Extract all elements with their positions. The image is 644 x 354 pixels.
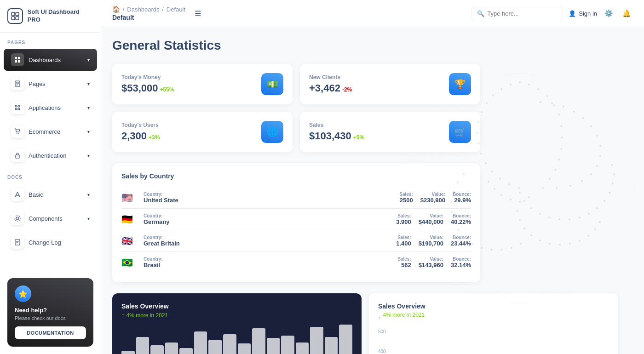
stat-value-users: 2,300: [121, 130, 147, 142]
svg-point-105: [579, 240, 581, 242]
sidebar-item-changelog[interactable]: Change Log: [4, 231, 97, 253]
svg-point-44: [558, 159, 560, 160]
svg-point-60: [551, 103, 553, 104]
settings-button[interactable]: ⚙️: [603, 7, 615, 19]
line-chart-title: Sales Overview: [378, 303, 609, 310]
svg-point-52: [596, 165, 598, 167]
bar-10: [267, 338, 280, 354]
dashboards-icon: [11, 53, 24, 66]
breadcrumb-default: Default: [167, 6, 185, 13]
sales-col: Sales: 1.400: [396, 235, 411, 247]
bounce-col: Bounce: 32.14%: [451, 257, 471, 268]
svg-point-49: [569, 185, 571, 187]
svg-point-16: [17, 133, 17, 134]
bottom-charts-grid: Sales Overview ↑ 4% more in 2021 0200400…: [112, 293, 618, 354]
country-col-label: Country:: [144, 235, 389, 240]
bar-11: [281, 336, 294, 354]
stat-info-money: Today's Money $53,000 +55%: [121, 74, 261, 94]
svg-point-47: [542, 187, 544, 189]
country-name: United State: [144, 197, 392, 204]
svg-point-75: [518, 187, 520, 189]
svg-point-82: [611, 164, 613, 166]
sidebar-item-components[interactable]: Components ▾: [4, 207, 97, 229]
svg-point-58: [573, 111, 575, 113]
svg-point-43: [560, 148, 562, 150]
breadcrumb-dashboards[interactable]: Dashboards: [127, 6, 159, 13]
sidebar-item-ecommerce[interactable]: Ecommerce ▾: [4, 120, 97, 143]
svg-point-91: [558, 218, 560, 220]
svg-point-36: [528, 84, 530, 86]
svg-point-65: [486, 102, 488, 104]
sidebar-item-pages[interactable]: Pages ▾: [4, 73, 97, 95]
svg-point-38: [546, 95, 548, 97]
stat-info-sales: Sales $103,430 +5%: [309, 122, 449, 142]
stats-grid: Today's Money $53,000 +55% 💵 New Clients…: [112, 64, 480, 152]
svg-point-83: [613, 173, 615, 175]
ecommerce-label: Ecommerce: [29, 128, 60, 135]
pages-chevron: ▾: [87, 81, 90, 86]
pages-label: Pages: [29, 80, 46, 87]
stat-icon-users: 🌐: [261, 121, 283, 143]
svg-point-122: [520, 243, 522, 245]
svg-point-31: [492, 73, 547, 303]
country-name: Germany: [144, 218, 389, 225]
stat-label-users: Today's Users: [121, 122, 261, 128]
sidebar-logo: Soft UI Dashboard PRO: [0, 0, 101, 33]
svg-point-19: [16, 217, 19, 220]
sidebar-item-dashboards[interactable]: Dashboards ▾: [4, 49, 97, 71]
svg-point-89: [579, 217, 581, 218]
components-icon: [11, 212, 24, 225]
sales-col: Sales: 2500: [399, 192, 413, 204]
sidebar: Soft UI Dashboard PRO Pages Dashboards ▾…: [0, 0, 101, 354]
value-col: Value: $230,900: [420, 192, 445, 204]
svg-point-78: [510, 199, 512, 200]
dashboards-label: Dashboards: [29, 57, 61, 63]
svg-point-87: [596, 207, 598, 209]
hamburger-button[interactable]: ☰: [191, 7, 205, 20]
stat-value-money: $53,000: [121, 82, 158, 94]
bell-icon: 🔔: [622, 9, 631, 17]
notifications-button[interactable]: 🔔: [621, 7, 633, 19]
search-input[interactable]: [487, 10, 557, 17]
sidebar-item-applications[interactable]: Applications ▾: [4, 97, 97, 119]
svg-point-37: [537, 88, 539, 90]
app-name: Soft UI Dashboard PRO: [28, 8, 93, 24]
svg-point-81: [488, 181, 489, 183]
bar-4: [179, 348, 193, 354]
svg-rect-3: [16, 17, 19, 20]
svg-point-101: [539, 240, 541, 241]
svg-point-32: [465, 73, 575, 303]
signin-button[interactable]: 👤 Sign in: [569, 10, 597, 17]
svg-rect-5: [18, 57, 20, 59]
bar-14: [325, 337, 338, 354]
svg-rect-2: [12, 17, 15, 20]
sidebar-item-basic[interactable]: Basic ▾: [4, 183, 97, 206]
basic-chevron: ▾: [87, 192, 90, 197]
svg-point-100: [530, 234, 532, 236]
bar-0: [121, 351, 135, 354]
svg-point-66: [481, 111, 483, 113]
svg-point-59: [563, 106, 564, 108]
home-icon[interactable]: 🏠: [112, 6, 120, 13]
stat-label-money: Today's Money: [121, 74, 261, 80]
country-flag: 🇬🇧: [121, 235, 136, 246]
svg-rect-6: [15, 60, 17, 63]
country-col-label: Country:: [144, 213, 389, 218]
changelog-label: Change Log: [29, 239, 61, 246]
stat-info-users: Today's Users 2,300 +3%: [121, 122, 261, 142]
bar-1: [136, 337, 150, 354]
svg-point-40: [558, 114, 560, 115]
svg-point-76: [528, 196, 530, 198]
svg-point-95: [523, 200, 525, 202]
basic-label: Basic: [29, 191, 43, 198]
documentation-button[interactable]: DOCUMENTATION: [15, 326, 86, 339]
svg-point-15: [18, 108, 20, 110]
sales-country-title: Sales by Country: [121, 172, 471, 180]
breadcrumb-sep1: /: [123, 6, 124, 12]
svg-point-57: [582, 117, 584, 119]
applications-icon: [11, 101, 24, 114]
svg-point-20: [15, 216, 20, 221]
sidebar-item-authentication[interactable]: Authentication ▾: [4, 144, 97, 166]
bar-chart-card: Sales Overview ↑ 4% more in 2021 0200400: [112, 293, 362, 354]
bar-3: [165, 343, 178, 354]
